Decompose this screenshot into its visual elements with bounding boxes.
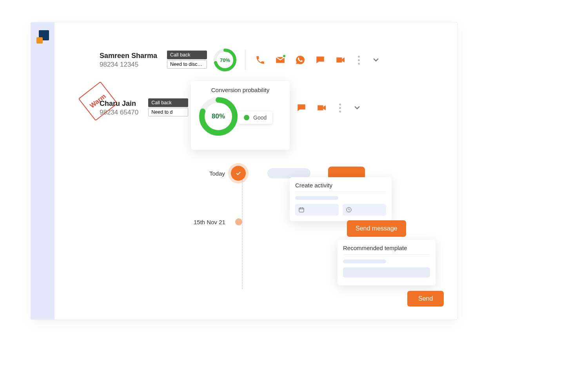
side-nav <box>31 22 54 319</box>
more-menu[interactable] <box>336 103 343 113</box>
timeline-past: 15th Nov 21 <box>194 218 242 225</box>
contact-tags: Call back Need to discu… <box>167 51 207 69</box>
past-date-label: 15th Nov 21 <box>194 219 225 225</box>
contact-row: Samreen Sharma 98234 12345 Call back Nee… <box>100 48 380 72</box>
tag-callback[interactable]: Call back <box>167 51 207 59</box>
tag-note[interactable]: Need to d <box>148 108 188 116</box>
status-dot-icon <box>244 115 249 120</box>
conversion-ring-large: 80% <box>198 96 239 137</box>
unread-badge-icon <box>282 54 286 58</box>
conversion-status-chip: Good <box>238 111 272 124</box>
svg-rect-4 <box>299 208 304 212</box>
date-field[interactable] <box>295 204 339 216</box>
app-logo-icon <box>36 30 49 43</box>
contact-name: Samreen Sharma <box>100 52 157 60</box>
tag-note[interactable]: Need to discu… <box>167 60 207 69</box>
chat-icon[interactable] <box>296 103 307 113</box>
conversion-status-label: Good <box>253 114 267 121</box>
create-activity-card: Create activity <box>290 177 392 221</box>
divider <box>245 50 245 70</box>
conversion-ring[interactable]: 70% <box>213 48 237 72</box>
recommended-title: Recommended template <box>343 245 430 255</box>
recommended-template-card: Recommended template <box>338 240 436 285</box>
tag-callback[interactable]: Call back <box>148 98 188 107</box>
today-node-icon[interactable] <box>231 166 246 181</box>
today-label: Today <box>209 170 225 177</box>
contact-identity: Charu Jain 98234 65470 <box>100 100 138 116</box>
phone-icon[interactable] <box>255 55 265 65</box>
app-window: Samreen Sharma 98234 12345 Call back Nee… <box>31 22 458 320</box>
past-node-icon <box>235 218 242 225</box>
send-button[interactable]: Send <box>407 291 444 307</box>
whatsapp-icon[interactable] <box>295 55 305 65</box>
mail-icon[interactable] <box>275 55 285 65</box>
video-icon[interactable] <box>316 103 327 113</box>
conversion-card-title: Conversion probability <box>197 87 284 93</box>
calendar-icon <box>298 207 305 213</box>
contact-actions <box>255 55 380 65</box>
contact-phone: 98234 12345 <box>100 61 157 69</box>
conversion-probability-card: Conversion probability 80% Good <box>191 81 290 150</box>
expand-toggle[interactable] <box>372 56 380 64</box>
activity-label-placeholder <box>295 196 338 200</box>
conversion-pct: 70% <box>213 48 237 72</box>
contact-name: Charu Jain <box>100 100 138 108</box>
chat-icon[interactable] <box>315 55 325 65</box>
clock-icon <box>346 207 352 213</box>
send-message-button[interactable]: Send message <box>347 220 406 237</box>
conversion-big-pct: 80% <box>198 96 239 137</box>
contact-phone: 98234 65470 <box>100 109 138 116</box>
contact-tags: Call back Need to d <box>148 98 188 117</box>
contact-identity: Samreen Sharma 98234 12345 <box>100 52 157 69</box>
create-activity-title: Create activity <box>295 182 386 192</box>
more-menu[interactable] <box>355 55 362 65</box>
time-field[interactable] <box>343 204 386 216</box>
template-body-placeholder[interactable] <box>343 267 430 278</box>
expand-toggle[interactable] <box>353 104 361 112</box>
timeline-line <box>242 167 243 289</box>
template-label-placeholder <box>343 260 386 263</box>
video-icon[interactable] <box>335 55 345 65</box>
